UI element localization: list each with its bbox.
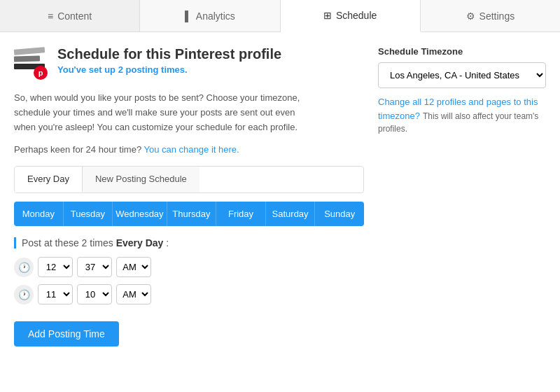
change-time-format-link[interactable]: You can change it here. bbox=[144, 144, 239, 155]
clock-icon-1: 🕐 bbox=[14, 258, 34, 277]
layers-icon: ≡ bbox=[48, 10, 53, 22]
hour-select-1[interactable]: 121234567891011 bbox=[38, 257, 73, 277]
minute-select-1[interactable]: 3700051015202530455055 bbox=[77, 257, 112, 277]
right-panel: Schedule Timezone Los Angeles, CA - Unit… bbox=[378, 46, 546, 346]
tab-schedule[interactable]: ⊞ Schedule bbox=[281, 0, 421, 32]
day-monday[interactable]: Monday bbox=[14, 202, 64, 226]
time-row-1: 🕐 121234567891011 3700051015202530455055… bbox=[14, 257, 364, 277]
clock-icon-2: 🕐 bbox=[14, 285, 34, 304]
tab-schedule-label: Schedule bbox=[336, 10, 377, 21]
tab-content-label: Content bbox=[57, 10, 92, 22]
day-wednesday[interactable]: Wednesday bbox=[113, 202, 167, 226]
left-panel: p Schedule for this Pinterest profile Yo… bbox=[14, 46, 364, 346]
description-text: So, when would you like your posts to be… bbox=[14, 91, 364, 134]
pinterest-letter: p bbox=[38, 69, 43, 77]
sched-tab-new-posting[interactable]: New Posting Schedule bbox=[83, 167, 200, 192]
profile-subtitle: You've set up 2 posting times. bbox=[57, 64, 281, 75]
layer-1 bbox=[14, 47, 46, 55]
main-content: p Schedule for this Pinterest profile Yo… bbox=[0, 32, 560, 360]
day-thursday[interactable]: Thursday bbox=[167, 202, 217, 226]
layer-2 bbox=[14, 55, 41, 62]
tab-analytics-label: Analytics bbox=[196, 10, 235, 22]
tab-analytics[interactable]: ▌ Analytics bbox=[140, 0, 280, 31]
schedule-tabs: Every Day New Posting Schedule bbox=[14, 166, 364, 193]
minute-select-2[interactable]: 1000051520253037455055 bbox=[77, 284, 112, 304]
timezone-label: Schedule Timezone bbox=[378, 46, 546, 57]
pinterest-logo: p bbox=[14, 46, 48, 80]
period-select-2[interactable]: AMPM bbox=[116, 284, 151, 304]
timezone-change-block: Change all 12 profiles and pages to this… bbox=[378, 95, 546, 135]
timezone-select[interactable]: Los Angeles, CA - United States bbox=[378, 62, 546, 88]
day-saturday[interactable]: Saturday bbox=[266, 202, 316, 226]
period-select-1[interactable]: AMPM bbox=[116, 257, 151, 277]
time-row-2: 🕐 111212345678910 1000051520253037455055… bbox=[14, 284, 364, 304]
profile-header: p Schedule for this Pinterest profile Yo… bbox=[14, 46, 364, 80]
pinterest-badge: p bbox=[34, 66, 48, 80]
description-link-line: Perhaps keen for 24 hour time? You can c… bbox=[14, 143, 364, 158]
sched-tab-every-day[interactable]: Every Day bbox=[15, 167, 83, 192]
gear-icon: ⚙ bbox=[466, 10, 475, 22]
tab-settings[interactable]: ⚙ Settings bbox=[421, 0, 560, 31]
day-tuesday[interactable]: Tuesday bbox=[64, 202, 113, 226]
grid-icon: ⊞ bbox=[323, 10, 332, 21]
hour-select-2[interactable]: 111212345678910 bbox=[38, 284, 73, 304]
post-times-label: Post at these 2 times Every Day : bbox=[14, 237, 364, 248]
day-friday[interactable]: Friday bbox=[216, 202, 266, 226]
add-posting-time-button[interactable]: Add Posting Time bbox=[14, 321, 119, 346]
profile-heading: Schedule for this Pinterest profile bbox=[57, 46, 281, 62]
days-bar: Monday Tuesday Wednesday Thursday Friday… bbox=[14, 202, 364, 226]
bar-chart-icon: ▌ bbox=[185, 10, 192, 22]
day-sunday[interactable]: Sunday bbox=[315, 202, 364, 226]
tab-content[interactable]: ≡ Content bbox=[0, 0, 140, 31]
tab-settings-label: Settings bbox=[479, 10, 515, 22]
profile-title-block: Schedule for this Pinterest profile You'… bbox=[57, 46, 281, 75]
tabs-bar: ≡ Content ▌ Analytics ⊞ Schedule ⚙ Setti… bbox=[0, 0, 560, 32]
